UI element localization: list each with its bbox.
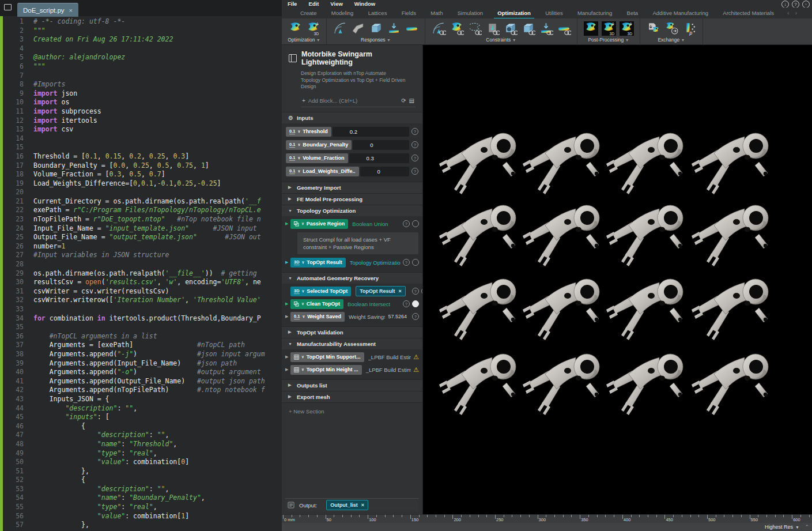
constraint-sketch-icon[interactable]	[467, 21, 482, 36]
swingarm-render[interactable]	[523, 205, 599, 266]
constraint-topopt-icon[interactable]	[449, 21, 464, 36]
visibility-on-icon[interactable]	[412, 300, 419, 307]
constraint-volume-icon[interactable]	[520, 21, 535, 36]
ribbon-group-label[interactable]: Constraints ▼	[486, 36, 516, 44]
swingarm-render[interactable]	[606, 133, 683, 194]
section-header-export-mesh[interactable]: ▶Export mesh	[282, 391, 422, 402]
ribbon-tab-additive-manufacturing[interactable]: Additive Manufacturing	[651, 8, 709, 18]
ribbon-group-label[interactable]: Post-Processing ▼	[588, 36, 629, 44]
ribbon-tab-math[interactable]: Math	[429, 8, 444, 18]
ribbon-tab-manufacturing[interactable]: Manufacturing	[576, 8, 613, 18]
constraint-field-icon[interactable]	[556, 21, 571, 36]
play-icon[interactable]: ▶	[285, 260, 290, 265]
block-row-topopt-min-height-[interactable]: ▶∨TopOpt Min Height ..._LPBF Build Estim…	[285, 364, 419, 375]
input-value-field[interactable]: 0.3	[349, 153, 409, 163]
play-icon[interactable]: ▶	[285, 221, 290, 226]
warning-icon[interactable]: ⚠	[413, 354, 419, 360]
code-area[interactable]: 1# -*- coding: utf-8 -*-2"""3Created on …	[3, 17, 282, 531]
auto-run-icon[interactable]: ⟳	[401, 97, 406, 104]
ribbon-tab-utilities[interactable]: Utilities	[544, 8, 564, 18]
response-load-icon[interactable]	[386, 21, 401, 36]
help-icon[interactable]: ?	[403, 300, 410, 307]
swingarm-render[interactable]	[523, 279, 599, 340]
menu-file[interactable]: File	[288, 1, 297, 7]
ribbon-tab-fields[interactable]: Fields	[401, 8, 417, 18]
block-row-topopt-min-support-[interactable]: ▶∨TopOpt Min Support..._LPBF Build Estim…	[285, 352, 419, 363]
ribbon-group-label[interactable]: Optimization ▼	[288, 36, 320, 44]
warning-icon[interactable]: ⚠	[413, 367, 419, 373]
input-chip[interactable]: 0.1∨Volume_Fraction	[286, 153, 348, 163]
add-block-field[interactable]: + Add Block... (Ctrl+L) ⟳ ▤	[301, 96, 416, 107]
resolution-dropdown[interactable]: Highest Res	[765, 524, 793, 530]
topopt-3d-icon[interactable]: 3D	[305, 21, 320, 36]
block-chip[interactable]: ∨Clean TopOpt	[290, 299, 343, 309]
menu-window[interactable]: Window	[354, 1, 375, 7]
swingarm-render[interactable]	[439, 205, 516, 266]
swingarm-render[interactable]	[523, 354, 599, 415]
help-icon[interactable]: ?	[411, 141, 418, 148]
section-header-manufacturability-assessment[interactable]: ▼Manufacturability Assessment	[282, 338, 422, 349]
swingarm-render[interactable]	[439, 279, 516, 340]
swingarm-render[interactable]	[439, 354, 516, 415]
section-header-automated-geometry-recovery[interactable]: ▼Automated Geometry Recovery	[282, 273, 422, 284]
visibility-off-icon[interactable]	[412, 259, 419, 266]
visibility-off-icon[interactable]	[412, 220, 419, 227]
ribbon-tab-create[interactable]: Create	[299, 8, 318, 18]
ribbon-tab-optimization[interactable]: Optimization	[496, 8, 532, 18]
output-chip[interactable]: Output_list ×	[326, 500, 368, 510]
post-cad-icon[interactable]: 3D	[619, 21, 634, 36]
swingarm-render[interactable]	[692, 133, 768, 194]
play-icon[interactable]: ▶	[285, 302, 290, 306]
ribbon-tab-architected-materials[interactable]: Architected Materials	[722, 8, 775, 18]
input-chip[interactable]: 0.1∨Boundary_Penalty	[286, 140, 352, 150]
help-icon[interactable]: ?	[412, 288, 419, 295]
menu-edit[interactable]: Edit	[308, 1, 319, 7]
popout-icon[interactable]	[4, 4, 12, 10]
section-header-topopt-validation[interactable]: ▶TopOpt Validation	[282, 327, 422, 338]
input-value-field[interactable]: 0.2	[333, 127, 409, 137]
topopt-2d-icon[interactable]	[288, 21, 303, 36]
post-smooth-icon[interactable]: 3D	[601, 21, 616, 36]
response-field-icon[interactable]	[404, 21, 419, 36]
point-field-icon[interactable]: p	[682, 21, 697, 36]
exchange-import-icon[interactable]	[646, 21, 661, 36]
play-icon[interactable]: ▶	[285, 355, 290, 359]
block-chip[interactable]: ∨TopOpt Min Height ...	[290, 365, 362, 375]
help-icon[interactable]: ?	[412, 313, 419, 320]
swingarm-render[interactable]	[523, 133, 599, 194]
block-chip[interactable]: ∨TopOpt Min Support...	[290, 352, 364, 362]
constraint-plot-icon[interactable]	[431, 21, 446, 36]
section-header-geometry-import[interactable]: ▶Geometry Import	[282, 182, 422, 193]
chevron-down-icon[interactable]: ▼	[795, 525, 799, 529]
input-chip[interactable]: 0.1∨Threshold	[286, 127, 331, 137]
constraint-cavity-icon[interactable]	[503, 21, 518, 36]
input-value-field[interactable]: 0	[353, 140, 409, 150]
block-chip[interactable]: ∨Passive Region	[290, 219, 348, 229]
block-chip[interactable]: 3D∨TopOpt Result	[290, 258, 346, 268]
section-header-inputs[interactable]: ⚙Inputs	[282, 112, 422, 123]
section-header-topology-optimization[interactable]: ▼Topology Optimization	[282, 205, 422, 216]
response-volume-icon[interactable]	[368, 21, 383, 36]
output-chip-close-icon[interactable]: ×	[361, 502, 364, 508]
notebook-export-icon[interactable]: ▤	[409, 97, 414, 104]
ribbon-tab-simulation[interactable]: Simulation	[456, 8, 484, 18]
editor-tab[interactable]: DoE_script.py ×	[17, 3, 78, 17]
help-icon[interactable]: ?	[411, 128, 418, 135]
swingarm-render[interactable]	[692, 354, 768, 415]
block-row-passive-region[interactable]: ▶∨Passive RegionBoolean Union?	[285, 219, 419, 229]
ribbon-group-label[interactable]: Responses ▼	[361, 36, 391, 44]
block-row-weight-saved[interactable]: ▶0.1∨Weight SavedWeight Savings57.5264?	[285, 311, 419, 322]
play-icon[interactable]: ▶	[285, 314, 290, 319]
tab-scroll-right-icon[interactable]: ›	[795, 10, 797, 16]
ribbon-group-label[interactable]: Exchange ▼	[658, 36, 685, 44]
ribbon-tab-beta[interactable]: Beta	[626, 8, 640, 18]
viewport-3d[interactable]	[423, 45, 812, 515]
block-row-selected-topopt[interactable]: 3D∨Selected TopOptTopOpt Result×?	[285, 286, 419, 297]
block-row-clean-topopt[interactable]: ▶∨Clean TopOptBoolean Intersect?	[285, 299, 419, 310]
response-plot-icon[interactable]	[333, 21, 348, 36]
swingarm-render[interactable]	[692, 279, 768, 340]
tag-close-icon[interactable]: ×	[399, 288, 402, 294]
section-header-fe-model-preprocessing[interactable]: ▶FE Model Pre-processing	[282, 194, 422, 205]
comment-block[interactable]: Struct Compl for all load cases + VF con…	[297, 232, 418, 254]
reference-tag[interactable]: TopOpt Result×	[356, 286, 406, 296]
